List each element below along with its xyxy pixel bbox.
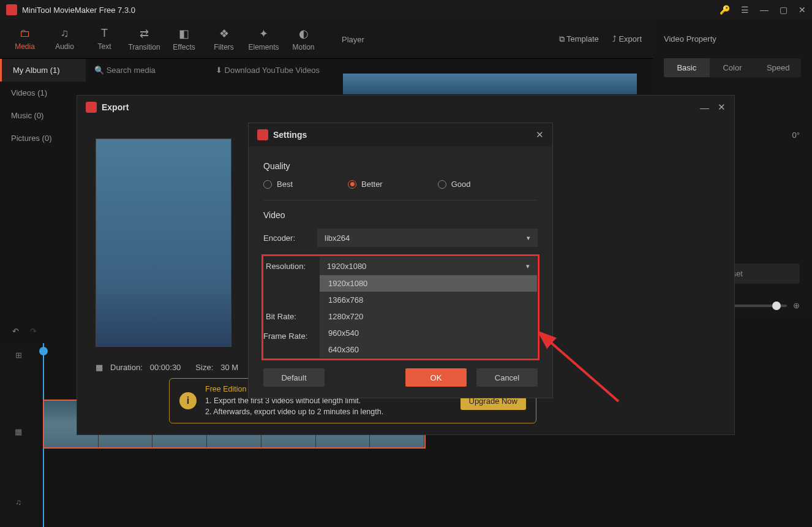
template-button[interactable]: ⧉ Template — [559, 34, 599, 44]
radio-better[interactable]: Better — [348, 180, 383, 189]
minimize-button[interactable]: — — [760, 5, 769, 15]
size-label: Size: — [195, 363, 213, 372]
resolution-option[interactable]: 1366x768 — [320, 292, 537, 308]
ok-button[interactable]: OK — [405, 368, 467, 387]
export-logo-icon — [86, 102, 97, 113]
tab-basic[interactable]: Basic — [664, 58, 710, 77]
cancel-button[interactable]: Cancel — [476, 368, 538, 387]
encoder-label: Encoder: — [263, 233, 317, 243]
size-value: 30 M — [220, 363, 238, 372]
encoder-select[interactable]: libx264▾ — [317, 229, 538, 247]
add-track-icon[interactable]: ⊞ — [15, 351, 22, 360]
video-track-icon: ▦ — [15, 427, 22, 436]
export-thumbnail — [96, 138, 231, 347]
tab-speed[interactable]: Speed — [755, 58, 801, 77]
titlebar: MiniTool MovieMaker Free 7.3.0 🔑 ☰ — ▢ ✕ — [0, 0, 812, 20]
undo-icon[interactable]: ↶ — [12, 327, 19, 336]
property-title: Video Property — [653, 20, 812, 58]
sidebar-item-pictures[interactable]: Pictures (0) — [0, 127, 86, 150]
tab-effects[interactable]: ◧Effects — [164, 21, 204, 58]
export-button[interactable]: ⤴ Export — [612, 34, 642, 44]
audio-track-icon: ♫ — [15, 498, 21, 507]
film-icon: ▦ — [96, 363, 103, 372]
radio-good[interactable]: Good — [438, 180, 471, 189]
property-tabs: Basic Color Speed — [664, 58, 801, 77]
maximize-button[interactable]: ▢ — [780, 5, 788, 15]
sidebar-item-videos[interactable]: Videos (1) — [0, 82, 86, 104]
app-title: MiniTool MovieMaker Free 7.3.0 — [22, 6, 720, 15]
video-heading: Video — [263, 210, 538, 220]
tab-color[interactable]: Color — [710, 58, 756, 77]
tab-filters[interactable]: ❖Filters — [204, 21, 244, 58]
key-icon[interactable]: 🔑 — [720, 5, 730, 15]
duration-label: Duration: — [110, 363, 143, 372]
download-youtube[interactable]: ⬇ Download YouTube Videos — [216, 66, 331, 75]
close-button[interactable]: ✕ — [799, 5, 806, 15]
player-preview — [343, 74, 637, 94]
resolution-label: Resolution: — [266, 262, 320, 271]
tab-transition[interactable]: ⇄Transition — [124, 21, 164, 58]
resolution-select[interactable]: 1920x1080▾ — [320, 257, 537, 275]
sidebar-item-album[interactable]: My Album (1) — [0, 59, 86, 82]
tab-elements[interactable]: ✦Elements — [244, 21, 284, 58]
settings-logo-icon — [257, 129, 268, 140]
settings-dialog: Settings ✕ Quality Best Better Good Vide… — [248, 123, 553, 398]
radio-best[interactable]: Best — [263, 180, 293, 189]
framerate-label: Frame Rate: — [263, 332, 307, 341]
warning-icon: i — [179, 392, 197, 409]
media-sidebar: My Album (1) Videos (1) Music (0) Pictur… — [0, 59, 86, 150]
resolution-option[interactable]: 1280x720 — [320, 308, 537, 325]
player-header: Player ⧉ Template ⤴ Export — [331, 20, 653, 59]
settings-close[interactable]: ✕ — [536, 129, 544, 140]
player-label: Player — [342, 35, 364, 44]
resolution-option[interactable]: 960x540 — [320, 325, 537, 341]
rotate-value: 0° — [792, 131, 800, 140]
export-minimize[interactable]: — — [700, 102, 709, 113]
tab-audio[interactable]: ♫Audio — [45, 21, 85, 58]
hamburger-icon[interactable]: ☰ — [741, 5, 749, 15]
redo-icon[interactable]: ↷ — [30, 327, 37, 336]
limit-line2: 2. Afterwards, export video up to 2 minu… — [205, 406, 452, 418]
settings-title: Settings — [273, 130, 527, 140]
sidebar-item-music[interactable]: Music (0) — [0, 104, 86, 127]
resolution-options: 1920x1080 1366x768 1280x720 960x540 640x… — [320, 275, 537, 358]
default-button[interactable]: Default — [263, 368, 325, 387]
search-icon[interactable]: 🔍 Search media — [86, 66, 164, 75]
bitrate-label: Bit Rate: — [266, 312, 320, 321]
search-row: 🔍 Search media ⬇ Download YouTube Videos — [86, 59, 331, 81]
tab-motion[interactable]: ◐Motion — [284, 21, 323, 58]
app-logo-icon — [6, 4, 17, 15]
tab-text[interactable]: TText — [85, 21, 124, 58]
tab-media[interactable]: 🗀Media — [5, 21, 45, 58]
resolution-option[interactable]: 1920x1080 — [320, 275, 537, 292]
resolution-option[interactable]: 640x360 — [320, 341, 537, 358]
export-title: Export — [102, 102, 691, 112]
quality-heading: Quality — [263, 161, 538, 171]
duration-value: 00:00:30 — [150, 363, 181, 372]
zoom-plus-icon[interactable]: ⊕ — [793, 301, 800, 310]
export-close[interactable]: ✕ — [718, 102, 726, 113]
